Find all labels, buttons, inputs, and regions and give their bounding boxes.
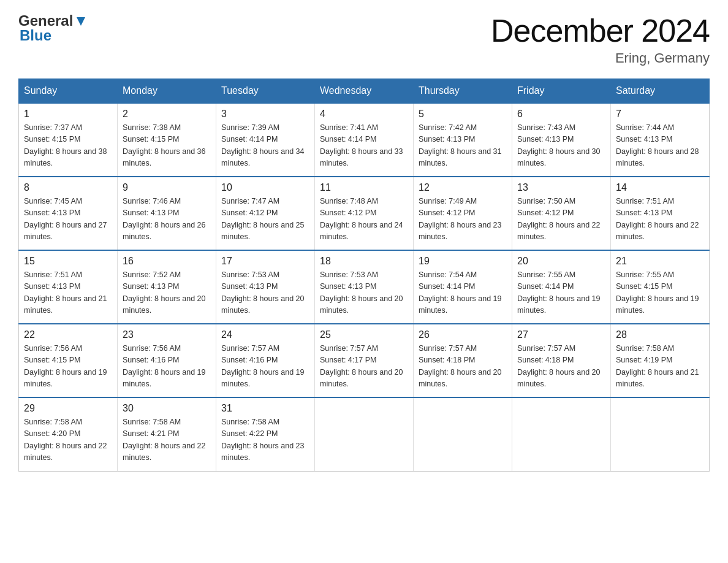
logo-triangle-icon (74, 15, 88, 28)
day-info: Sunrise: 7:38 AMSunset: 4:15 PMDaylight:… (123, 122, 211, 170)
day-info: Sunrise: 7:51 AMSunset: 4:13 PMDaylight:… (24, 269, 112, 317)
day-info: Sunrise: 7:51 AMSunset: 4:13 PMDaylight:… (616, 196, 704, 243)
logo: General Blue (18, 12, 88, 44)
day-number: 19 (419, 256, 507, 267)
calendar-cell: 26Sunrise: 7:57 AMSunset: 4:18 PMDayligh… (414, 324, 512, 397)
calendar-week-row: 22Sunrise: 7:56 AMSunset: 4:15 PMDayligh… (19, 324, 710, 397)
calendar-cell: 30Sunrise: 7:58 AMSunset: 4:21 PMDayligh… (118, 397, 216, 471)
day-number: 15 (24, 256, 112, 267)
day-number: 12 (419, 182, 507, 193)
day-number: 11 (320, 182, 408, 193)
calendar-cell (512, 397, 611, 471)
weekday-header-tuesday: Tuesday (216, 79, 315, 104)
day-info: Sunrise: 7:54 AMSunset: 4:14 PMDaylight:… (419, 269, 507, 317)
day-info: Sunrise: 7:52 AMSunset: 4:13 PMDaylight:… (123, 269, 211, 317)
calendar-table: SundayMondayTuesdayWednesdayThursdayFrid… (18, 79, 710, 472)
day-number: 29 (24, 403, 112, 414)
day-info: Sunrise: 7:58 AMSunset: 4:20 PMDaylight:… (24, 416, 112, 464)
calendar-cell: 16Sunrise: 7:52 AMSunset: 4:13 PMDayligh… (118, 250, 216, 324)
calendar-cell: 23Sunrise: 7:56 AMSunset: 4:16 PMDayligh… (118, 324, 216, 397)
calendar-cell: 17Sunrise: 7:53 AMSunset: 4:13 PMDayligh… (216, 250, 315, 324)
day-number: 28 (616, 329, 704, 340)
calendar-cell: 10Sunrise: 7:47 AMSunset: 4:12 PMDayligh… (216, 177, 315, 250)
calendar-cell: 9Sunrise: 7:46 AMSunset: 4:13 PMDaylight… (118, 177, 216, 250)
calendar-week-row: 1Sunrise: 7:37 AMSunset: 4:15 PMDaylight… (19, 103, 710, 177)
calendar-cell: 25Sunrise: 7:57 AMSunset: 4:17 PMDayligh… (315, 324, 414, 397)
day-info: Sunrise: 7:57 AMSunset: 4:17 PMDaylight:… (320, 343, 408, 391)
day-info: Sunrise: 7:50 AMSunset: 4:12 PMDaylight:… (517, 196, 605, 243)
calendar-cell: 12Sunrise: 7:49 AMSunset: 4:12 PMDayligh… (414, 177, 512, 250)
day-number: 25 (320, 329, 408, 340)
calendar-week-row: 8Sunrise: 7:45 AMSunset: 4:13 PMDaylight… (19, 177, 710, 250)
calendar-cell: 31Sunrise: 7:58 AMSunset: 4:22 PMDayligh… (216, 397, 315, 471)
day-info: Sunrise: 7:45 AMSunset: 4:13 PMDaylight:… (24, 196, 112, 243)
day-info: Sunrise: 7:41 AMSunset: 4:14 PMDaylight:… (320, 122, 408, 170)
calendar-cell (611, 397, 710, 471)
day-number: 13 (517, 182, 605, 193)
day-info: Sunrise: 7:48 AMSunset: 4:12 PMDaylight:… (320, 196, 408, 243)
day-info: Sunrise: 7:57 AMSunset: 4:16 PMDaylight:… (221, 343, 309, 391)
calendar-cell: 22Sunrise: 7:56 AMSunset: 4:15 PMDayligh… (19, 324, 118, 397)
page-header: General Blue December 2024 Ering, German… (18, 12, 710, 66)
day-number: 4 (320, 109, 408, 120)
day-number: 30 (123, 403, 211, 414)
day-info: Sunrise: 7:37 AMSunset: 4:15 PMDaylight:… (24, 122, 112, 170)
day-number: 27 (517, 329, 605, 340)
day-info: Sunrise: 7:58 AMSunset: 4:19 PMDaylight:… (616, 343, 704, 391)
weekday-header-monday: Monday (118, 79, 216, 104)
weekday-header-sunday: Sunday (19, 79, 118, 104)
day-number: 23 (123, 329, 211, 340)
day-number: 24 (221, 329, 309, 340)
weekday-header-row: SundayMondayTuesdayWednesdayThursdayFrid… (19, 79, 710, 104)
day-info: Sunrise: 7:56 AMSunset: 4:16 PMDaylight:… (123, 343, 211, 391)
calendar-cell: 13Sunrise: 7:50 AMSunset: 4:12 PMDayligh… (512, 177, 611, 250)
calendar-cell (414, 397, 512, 471)
calendar-cell: 7Sunrise: 7:44 AMSunset: 4:13 PMDaylight… (611, 103, 710, 177)
calendar-cell: 14Sunrise: 7:51 AMSunset: 4:13 PMDayligh… (611, 177, 710, 250)
day-number: 2 (123, 109, 211, 120)
calendar-cell: 18Sunrise: 7:53 AMSunset: 4:13 PMDayligh… (315, 250, 414, 324)
day-number: 17 (221, 256, 309, 267)
day-info: Sunrise: 7:42 AMSunset: 4:13 PMDaylight:… (419, 122, 507, 170)
calendar-cell: 4Sunrise: 7:41 AMSunset: 4:14 PMDaylight… (315, 103, 414, 177)
calendar-cell: 28Sunrise: 7:58 AMSunset: 4:19 PMDayligh… (611, 324, 710, 397)
calendar-cell: 24Sunrise: 7:57 AMSunset: 4:16 PMDayligh… (216, 324, 315, 397)
day-info: Sunrise: 7:55 AMSunset: 4:14 PMDaylight:… (517, 269, 605, 317)
day-info: Sunrise: 7:43 AMSunset: 4:13 PMDaylight:… (517, 122, 605, 170)
title-area: December 2024 Ering, Germany (491, 12, 710, 66)
day-info: Sunrise: 7:46 AMSunset: 4:13 PMDaylight:… (123, 196, 211, 243)
day-number: 16 (123, 256, 211, 267)
day-number: 8 (24, 182, 112, 193)
weekday-header-thursday: Thursday (414, 79, 512, 104)
calendar-cell (315, 397, 414, 471)
calendar-cell: 2Sunrise: 7:38 AMSunset: 4:15 PMDaylight… (118, 103, 216, 177)
day-info: Sunrise: 7:57 AMSunset: 4:18 PMDaylight:… (517, 343, 605, 391)
day-number: 10 (221, 182, 309, 193)
location-title: Ering, Germany (491, 50, 710, 66)
calendar-cell: 6Sunrise: 7:43 AMSunset: 4:13 PMDaylight… (512, 103, 611, 177)
calendar-week-row: 15Sunrise: 7:51 AMSunset: 4:13 PMDayligh… (19, 250, 710, 324)
weekday-header-wednesday: Wednesday (315, 79, 414, 104)
calendar-cell: 21Sunrise: 7:55 AMSunset: 4:15 PMDayligh… (611, 250, 710, 324)
day-info: Sunrise: 7:49 AMSunset: 4:12 PMDaylight:… (419, 196, 507, 243)
calendar-cell: 27Sunrise: 7:57 AMSunset: 4:18 PMDayligh… (512, 324, 611, 397)
day-number: 14 (616, 182, 704, 193)
day-number: 31 (221, 403, 309, 414)
calendar-cell: 11Sunrise: 7:48 AMSunset: 4:12 PMDayligh… (315, 177, 414, 250)
calendar-week-row: 29Sunrise: 7:58 AMSunset: 4:20 PMDayligh… (19, 397, 710, 471)
calendar-cell: 1Sunrise: 7:37 AMSunset: 4:15 PMDaylight… (19, 103, 118, 177)
day-number: 9 (123, 182, 211, 193)
logo-blue-text: Blue (20, 27, 51, 44)
day-info: Sunrise: 7:53 AMSunset: 4:13 PMDaylight:… (320, 269, 408, 317)
calendar-cell: 29Sunrise: 7:58 AMSunset: 4:20 PMDayligh… (19, 397, 118, 471)
weekday-header-friday: Friday (512, 79, 611, 104)
calendar-cell: 3Sunrise: 7:39 AMSunset: 4:14 PMDaylight… (216, 103, 315, 177)
day-info: Sunrise: 7:56 AMSunset: 4:15 PMDaylight:… (24, 343, 112, 391)
day-number: 22 (24, 329, 112, 340)
day-number: 18 (320, 256, 408, 267)
calendar-cell: 20Sunrise: 7:55 AMSunset: 4:14 PMDayligh… (512, 250, 611, 324)
day-info: Sunrise: 7:57 AMSunset: 4:18 PMDaylight:… (419, 343, 507, 391)
calendar-cell: 19Sunrise: 7:54 AMSunset: 4:14 PMDayligh… (414, 250, 512, 324)
day-number: 21 (616, 256, 704, 267)
month-title: December 2024 (491, 12, 710, 49)
